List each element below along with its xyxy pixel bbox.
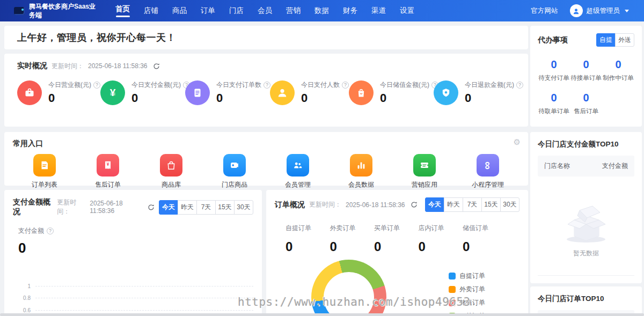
gridline [35,310,253,311]
yen-icon: ¥ [100,80,125,105]
help-icon[interactable] [516,82,523,89]
nav-item-goods[interactable]: 商品 [165,6,194,16]
stat-pay-bill-orders: 买单订单 0 [374,224,417,254]
quick-entries-card: 常用入口 ⚙ 订单列表 ¥ 售后订单 [4,132,528,186]
refresh-icon[interactable] [148,204,155,211]
update-time: 2025-06-18 11:58:36 [88,62,148,70]
y-tick: 0.6 [13,307,35,313]
entry-store-goods[interactable]: 门店商品 [205,154,264,189]
update-time: 2025-06-18 11:58:36 [90,200,142,215]
refresh-icon[interactable] [411,201,418,208]
update-time: 2025-06-18 11:58:36 [346,201,405,209]
nav-item-home[interactable]: 首页 [108,4,137,17]
realtime-overview-card: 实时概况 更新时间： 2025-06-18 11:58:36 今日营业额(元) [4,54,528,127]
nav-item-marketing[interactable]: 营销 [279,6,308,16]
tab-pickup[interactable]: 自提 [596,33,616,47]
y-tick: 1 [13,283,35,289]
help-icon[interactable] [47,227,54,234]
stat-label: 今日支付金额(元) [131,80,181,90]
stat-today-paying-users: 今日支付人数 0 [270,80,349,105]
main-menu: 首页 店铺 商品 订单 门店 会员 营销 数据 财务 渠道 设置 [108,4,421,17]
stat-value: 0 [216,91,270,105]
entry-mini-program[interactable]: ∞ 小程序管理 [458,154,517,189]
empty-box-illustration [554,194,618,244]
entry-goods-library[interactable]: 商品库 [142,154,201,189]
todo-in-production[interactable]: 0 制作中订单 [602,58,634,82]
nav-item-data[interactable]: 数据 [308,6,336,16]
greeting-card: 上午好，管理员，祝你开心每一天！ [4,26,528,49]
metric-value: 0 [18,240,253,256]
range-tabs: 今天 昨天 7天 15天 30天 [159,200,253,215]
stat-in-store-orders: 店内订单 0 [419,224,462,254]
section-title: 实时概况 [17,61,47,71]
tab-15days[interactable]: 15天 [215,200,235,215]
legend-pickup-orders[interactable]: 自提订单 [449,271,485,281]
help-icon[interactable] [342,82,349,89]
stat-pickup-orders: 自提订单 0 [286,224,328,254]
nav-item-finance[interactable]: 财务 [336,6,364,16]
tab-30days[interactable]: 30天 [234,200,253,215]
member-data-icon [350,154,372,177]
gear-icon[interactable]: ⚙ [514,137,521,147]
payment-line-chart: 1 0.8 0.6 0.4 0.2 [13,280,253,316]
official-site-link[interactable]: 官方网站 [531,6,558,16]
nav-item-stores[interactable]: 门店 [222,6,251,16]
entry-marketing-apps[interactable]: 营销应用 [395,154,454,189]
todo-pending-payment[interactable]: 0 待支付订单 [538,58,570,82]
table-header: 门店名称 支付金额 [538,156,634,177]
stat-value: 0 [465,91,523,105]
update-time-label: 更新时间： [57,198,85,216]
tab-30days[interactable]: 30天 [500,197,519,212]
tab-15days[interactable]: 15天 [481,197,501,212]
stat-value: 0 [131,91,190,105]
horizontal-scrollbar[interactable] [0,313,644,316]
marketing-icon [413,154,436,177]
app-title: 腾马餐饮多商户Saas业务端 [29,2,102,19]
tab-delivery[interactable]: 外送 [615,33,634,47]
nav-item-shop[interactable]: 店铺 [137,6,165,16]
entry-member-data[interactable]: 会员数据 [332,154,391,189]
dashboard-page: 腾马餐饮多商户Saas业务端 首页 店铺 商品 订单 门店 会员 营销 数据 财… [0,0,644,316]
todo-pending-accept[interactable]: 0 待接单订单 [570,58,602,82]
tab-7days[interactable]: 7天 [463,197,482,212]
todo-after-sale[interactable]: 0 售后订单 [570,92,602,115]
mini-program-icon: ∞ [477,154,499,177]
document-icon [185,80,210,105]
legend-delivery-orders[interactable]: 外卖订单 [449,285,485,294]
avatar [570,4,583,17]
top10-payment-card: 今日门店支付金额TOP10 门店名称 支付金额 暂无数据 [530,132,642,283]
person-icon [270,80,295,105]
entry-member-management[interactable]: 会员管理 [268,154,327,189]
tab-yesterday[interactable]: 昨天 [178,200,197,215]
tab-today[interactable]: 今天 [425,197,444,212]
donut-legend: 自提订单 外卖订单 储值订单 买单订单 [449,271,485,316]
gridline [35,298,253,298]
divider [538,275,634,276]
member-manage-icon [287,154,309,177]
svg-text:¥: ¥ [107,162,109,167]
shopping-bag-icon [349,80,374,105]
chevron-down-icon [625,10,629,12]
entry-after-sale-orders[interactable]: ¥ 售后订单 [78,154,137,189]
user-menu[interactable]: 超级管理员 [570,4,630,17]
todo-pending-pickup[interactable]: 0 待取单订单 [538,92,570,115]
shield-icon [434,80,458,105]
nav-item-members[interactable]: 会员 [251,6,279,16]
greeting-text: 上午好，管理员，祝你开心每一天！ [17,31,176,44]
update-time-label: 更新时间： [52,62,84,71]
stat-label: 今日营业额(元) [48,80,91,90]
tab-yesterday[interactable]: 昨天 [444,197,463,212]
nav-item-orders[interactable]: 订单 [194,6,222,16]
stat-today-stored-value: 今日储值金额(元) 0 [349,80,434,105]
nav-item-channels[interactable]: 渠道 [364,6,393,16]
stat-label: 今日储值金额(元) [380,80,429,90]
tab-today[interactable]: 今天 [159,200,178,215]
tab-7days[interactable]: 7天 [196,200,216,215]
entry-order-list[interactable]: 订单列表 [15,154,74,189]
refresh-icon[interactable] [153,63,160,70]
help-icon[interactable] [93,82,100,89]
card-title: 今日门店订单TOP10 [538,294,634,304]
user-name: 超级管理员 [587,6,620,16]
nav-item-settings[interactable]: 设置 [393,6,421,16]
app-logo-icon [14,7,25,15]
